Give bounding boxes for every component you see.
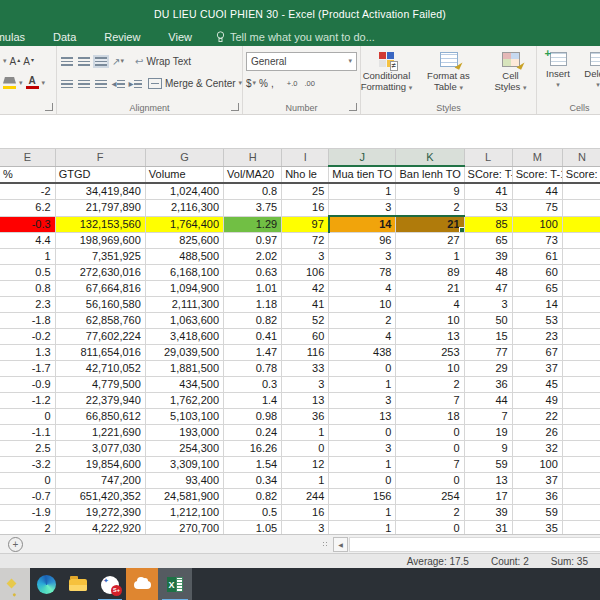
cell[interactable]: 3,418,600 xyxy=(145,329,223,345)
cell[interactable]: 6,168,100 xyxy=(145,265,223,281)
cell[interactable] xyxy=(562,521,600,535)
cell[interactable]: 438 xyxy=(329,345,396,361)
cell[interactable]: 24,581,900 xyxy=(145,489,223,505)
cell[interactable]: 1,024,400 xyxy=(145,183,223,200)
cell[interactable] xyxy=(562,249,600,265)
header-cell[interactable]: Nho le xyxy=(282,166,329,183)
cell[interactable]: 29,039,500 xyxy=(145,345,223,361)
cell[interactable]: 18 xyxy=(396,409,464,425)
cell[interactable]: 2 xyxy=(329,313,396,329)
cell-styles-button[interactable]: Cell Styles ▾ xyxy=(483,50,539,101)
align-left-button[interactable] xyxy=(60,75,74,91)
cell[interactable]: 10 xyxy=(396,361,464,377)
cell[interactable]: 1,063,600 xyxy=(145,313,223,329)
tab-splitter-handle[interactable] xyxy=(322,541,328,547)
column-header-I[interactable]: I xyxy=(282,149,329,166)
cell[interactable]: 1 xyxy=(329,505,396,521)
cell[interactable]: 33 xyxy=(282,361,329,377)
cell[interactable]: 1 xyxy=(282,425,329,441)
cell[interactable]: 747,200 xyxy=(55,473,145,489)
increase-decimal-button[interactable]: +.0 xyxy=(285,78,300,89)
cell[interactable]: 3 xyxy=(282,249,329,265)
cell[interactable]: 0 xyxy=(396,441,464,457)
cell[interactable]: 10 xyxy=(329,297,396,313)
number-dialog-launcher-icon[interactable] xyxy=(349,103,357,111)
cell[interactable]: 93,400 xyxy=(145,473,223,489)
horizontal-scrollbar[interactable] xyxy=(349,537,600,552)
cell[interactable]: 78 xyxy=(329,265,396,281)
cell[interactable]: 1.29 xyxy=(224,216,282,233)
cell[interactable]: 4 xyxy=(396,297,464,313)
header-cell[interactable]: SCore: T-2 xyxy=(464,166,512,183)
cell[interactable]: 4.4 xyxy=(0,233,55,249)
cell[interactable]: 0.24 xyxy=(224,425,282,441)
cell[interactable]: 13 xyxy=(396,329,464,345)
cell[interactable]: 132,153,560 xyxy=(55,216,145,233)
column-header-J[interactable]: J xyxy=(329,149,396,166)
header-cell[interactable]: Ban lenh TO xyxy=(396,166,464,183)
cell[interactable]: 100 xyxy=(512,457,562,473)
taskbar-file-explorer-button[interactable] xyxy=(62,568,94,600)
cell[interactable]: 1 xyxy=(282,473,329,489)
cell[interactable] xyxy=(562,441,600,457)
cell[interactable]: 825,600 xyxy=(145,233,223,249)
align-top-button[interactable] xyxy=(60,53,74,69)
cell[interactable]: 1 xyxy=(329,183,396,200)
cell[interactable] xyxy=(562,489,600,505)
cell[interactable]: 56,160,580 xyxy=(55,297,145,313)
cell[interactable]: 41 xyxy=(282,297,329,313)
cell[interactable]: 60 xyxy=(282,329,329,345)
cell[interactable]: 2 xyxy=(396,377,464,393)
cell[interactable]: 2,116,300 xyxy=(145,200,223,217)
cell[interactable]: 97 xyxy=(282,216,329,233)
increase-indent-button[interactable]: ▸ xyxy=(128,75,142,91)
cell[interactable]: 29 xyxy=(464,361,512,377)
cell[interactable]: 116 xyxy=(282,345,329,361)
cell[interactable]: 53 xyxy=(512,313,562,329)
cell[interactable]: -1.2 xyxy=(0,393,55,409)
cell[interactable]: -0.9 xyxy=(0,377,55,393)
font-color-button[interactable]: A xyxy=(26,77,39,89)
cell[interactable]: 1 xyxy=(329,521,396,535)
cell[interactable]: 19,272,390 xyxy=(55,505,145,521)
cell[interactable]: 60 xyxy=(512,265,562,281)
cell[interactable]: 3 xyxy=(329,393,396,409)
cell[interactable]: 272,630,016 xyxy=(55,265,145,281)
cell[interactable] xyxy=(562,393,600,409)
cell[interactable]: 434,500 xyxy=(145,377,223,393)
cell[interactable] xyxy=(562,377,600,393)
cell[interactable]: -0.7 xyxy=(0,489,55,505)
cell[interactable]: 7 xyxy=(396,393,464,409)
cell[interactable]: 21 xyxy=(396,216,464,233)
cell[interactable]: 37 xyxy=(512,361,562,377)
align-center-button[interactable] xyxy=(77,75,91,91)
cell[interactable]: 22,379,940 xyxy=(55,393,145,409)
cell[interactable] xyxy=(562,329,600,345)
cell[interactable]: 198,969,600 xyxy=(55,233,145,249)
cell[interactable]: 106 xyxy=(282,265,329,281)
cell[interactable]: 4,779,500 xyxy=(55,377,145,393)
cell[interactable]: 16 xyxy=(282,505,329,521)
cell[interactable]: 1,221,690 xyxy=(55,425,145,441)
cell[interactable]: 47 xyxy=(464,281,512,297)
decrease-decimal-button[interactable]: .00 xyxy=(302,78,316,89)
merge-center-button[interactable]: Merge & Center ▾ xyxy=(145,78,245,89)
cell[interactable]: 7 xyxy=(464,409,512,425)
cell[interactable]: 9 xyxy=(396,183,464,200)
cell[interactable] xyxy=(562,297,600,313)
cell[interactable]: 2.3 xyxy=(0,297,55,313)
cell[interactable] xyxy=(562,409,600,425)
column-header-K[interactable]: K xyxy=(396,149,464,166)
cell[interactable]: 5,103,100 xyxy=(145,409,223,425)
cell[interactable]: 1.47 xyxy=(224,345,282,361)
cell[interactable]: 100 xyxy=(512,216,562,233)
cell[interactable]: 4 xyxy=(329,329,396,345)
comma-style-button[interactable]: , xyxy=(271,78,274,89)
cell[interactable] xyxy=(562,281,600,297)
cell[interactable]: 0 xyxy=(0,409,55,425)
cell[interactable]: 66,850,612 xyxy=(55,409,145,425)
cell[interactable]: 42,710,052 xyxy=(55,361,145,377)
cell[interactable] xyxy=(562,505,600,521)
cell[interactable]: 0 xyxy=(396,425,464,441)
cell[interactable]: 75 xyxy=(512,200,562,217)
